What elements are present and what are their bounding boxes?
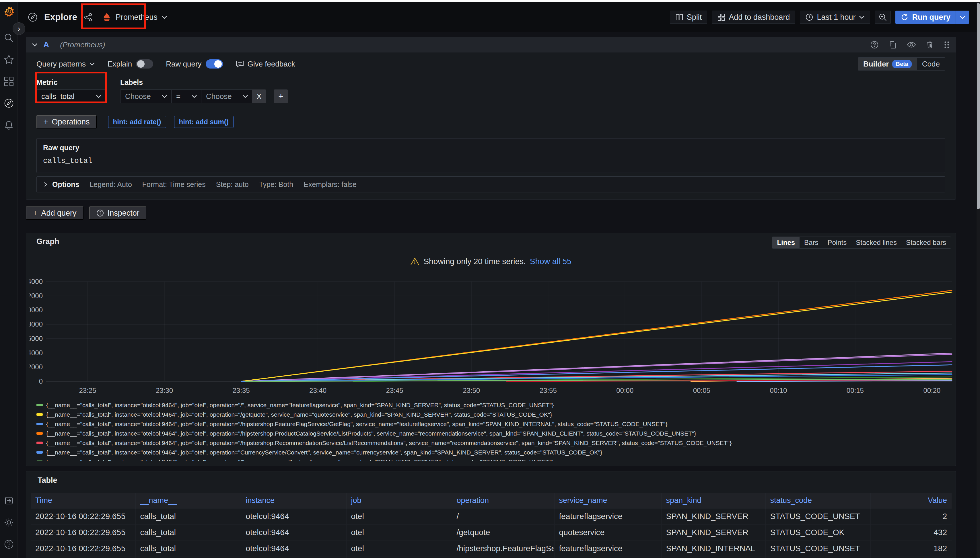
query-hint-button[interactable]: hint: add rate() xyxy=(108,116,166,128)
run-query-button[interactable]: Run query xyxy=(895,11,969,24)
run-query-dropdown[interactable] xyxy=(955,11,969,24)
help-icon[interactable] xyxy=(4,539,14,550)
time-range-picker[interactable]: Last 1 hour xyxy=(800,11,870,24)
alerting-bell-icon[interactable] xyxy=(4,120,14,130)
show-all-series-link[interactable]: Show all 55 xyxy=(530,257,572,266)
inspector-button[interactable]: Inspector xyxy=(89,207,146,220)
add-query-button[interactable]: + Add query xyxy=(26,207,84,220)
table-cell: SPAN_KIND_CLIENT xyxy=(661,556,765,558)
operations-button[interactable]: + Operations xyxy=(36,115,97,128)
eye-icon[interactable] xyxy=(907,40,916,49)
legend-swatch-icon xyxy=(36,451,43,454)
legend-label: {__name__="calls_total", instance="otelc… xyxy=(46,430,696,437)
column-header-__name__[interactable]: __name__ xyxy=(135,493,241,509)
legend-item[interactable]: {__name__="calls_total", instance="otelc… xyxy=(36,429,952,438)
settings-gear-icon[interactable] xyxy=(4,517,14,528)
table-cell: recommendationservice xyxy=(554,556,661,558)
table-cell: /hipstershop.ProductCatalogS... xyxy=(452,556,554,558)
graph-style-tabs: LinesBarsPointsStacked linesStacked bars xyxy=(772,236,951,249)
column-header-value[interactable]: Value xyxy=(870,493,952,509)
x-axis-tick-label: 23:40 xyxy=(309,387,327,394)
share-icon[interactable] xyxy=(84,13,93,22)
copy-icon[interactable] xyxy=(888,40,897,49)
options-chevron-icon xyxy=(44,182,47,187)
table-cell: otelcol:9464 xyxy=(241,524,346,540)
raw-query-toggle[interactable]: Raw query xyxy=(166,59,223,69)
raw-query-label: Raw query xyxy=(43,144,939,152)
label-key-select[interactable]: Choose xyxy=(120,89,171,103)
query-row-header[interactable]: A (Prometheus) xyxy=(26,37,955,53)
legend-item[interactable]: {__name__="calls_total", instance="otelc… xyxy=(36,419,952,429)
table-row: 2022-10-16 00:22:29.655calls_totalotelco… xyxy=(31,509,952,524)
builder-mode-tab[interactable]: Builder Beta xyxy=(858,57,917,70)
table-cell: /hipstershop.FeatureFlagServi... xyxy=(452,540,554,556)
grafana-logo-icon[interactable] xyxy=(3,6,15,18)
query-hint-button[interactable]: hint: add sum() xyxy=(174,116,233,128)
scrollbar-thumb[interactable] xyxy=(977,3,980,209)
legend-item[interactable]: {__name__="calls_total", instance="otelc… xyxy=(36,400,952,410)
legend-label: {__name__="calls_total", instance="otelc… xyxy=(46,411,552,418)
time-series-chart[interactable]: 1400012000100008000600040002000023:2523:… xyxy=(30,276,952,396)
column-header-operation[interactable]: operation xyxy=(452,493,554,509)
column-header-status_code[interactable]: status_code xyxy=(765,493,870,509)
column-header-instance[interactable]: instance xyxy=(241,493,346,509)
search-icon[interactable] xyxy=(4,33,14,43)
graph-style-tab-stacked-bars[interactable]: Stacked bars xyxy=(901,237,951,248)
options-collapsible[interactable]: Options Legend: AutoFormat: Time seriesS… xyxy=(36,176,945,192)
zoom-out-button[interactable] xyxy=(875,11,891,24)
split-button[interactable]: Split xyxy=(670,11,707,24)
dashboards-icon[interactable] xyxy=(4,76,14,87)
legend-swatch-icon xyxy=(36,404,43,406)
column-header-job[interactable]: job xyxy=(346,493,452,509)
table-cell: otel xyxy=(346,540,452,556)
datasource-picker[interactable]: Prometheus xyxy=(99,10,170,25)
explore-content: A (Prometheus) Query patterns Explain xyxy=(18,32,977,558)
label-value-select[interactable]: Choose xyxy=(201,89,252,103)
legend-swatch-icon xyxy=(36,423,43,425)
metric-select[interactable]: calls_total xyxy=(36,89,106,103)
raw-query-switch[interactable] xyxy=(206,59,223,69)
y-axis-tick-label: 8000 xyxy=(30,320,43,328)
legend-item[interactable]: {__name__="calls_total", instance="otelc… xyxy=(36,457,952,461)
explain-switch[interactable] xyxy=(136,59,153,69)
collapse-chevron-icon[interactable] xyxy=(32,43,38,46)
legend-item[interactable]: {__name__="calls_total", instance="otelc… xyxy=(36,448,952,457)
trash-icon[interactable] xyxy=(926,40,934,49)
explore-nav-icon[interactable] xyxy=(4,98,14,108)
table-row: 2022-10-16 00:22:29.655calls_totalotelco… xyxy=(31,540,952,556)
explore-compass-icon xyxy=(28,12,38,22)
legend-label: {__name__="calls_total", instance="otelc… xyxy=(46,449,602,456)
query-patterns-dropdown[interactable]: Query patterns xyxy=(36,60,95,69)
graph-style-tab-stacked-lines[interactable]: Stacked lines xyxy=(851,237,901,248)
explain-toggle[interactable]: Explain xyxy=(108,59,153,69)
add-label-button[interactable]: + xyxy=(274,89,288,103)
code-mode-tab[interactable]: Code xyxy=(917,57,945,70)
column-header-span_kind[interactable]: span_kind xyxy=(661,493,765,509)
sidebar-expand-button[interactable]: › xyxy=(13,22,25,35)
page-scrollbar[interactable] xyxy=(977,2,980,558)
graph-style-tab-points[interactable]: Points xyxy=(823,237,851,248)
give-feedback-link[interactable]: Give feedback xyxy=(235,60,295,69)
graph-style-tab-lines[interactable]: Lines xyxy=(772,237,799,248)
query-help-icon[interactable] xyxy=(870,40,879,49)
column-header-service_name[interactable]: service_name xyxy=(554,493,661,509)
label-operator-select[interactable]: = xyxy=(171,89,201,103)
editor-mode-switch: Builder Beta Code xyxy=(858,57,945,71)
option-summary-item: Exemplars: false xyxy=(304,181,357,189)
labels-label: Labels xyxy=(120,78,288,87)
column-header-time[interactable]: Time xyxy=(31,493,135,509)
legend-label: {__name__="calls_total", instance="otelc… xyxy=(46,440,732,446)
y-axis-tick-label: 12000 xyxy=(30,292,43,300)
info-circle-icon xyxy=(96,209,104,217)
starred-icon[interactable] xyxy=(4,54,14,65)
remove-label-button[interactable]: X xyxy=(252,89,266,103)
warning-triangle-icon xyxy=(410,257,419,266)
table-cell: STATUS_CODE_UNSET xyxy=(765,509,870,524)
add-to-dashboard-button[interactable]: Add to dashboard xyxy=(712,11,795,24)
x-axis-tick-label: 23:50 xyxy=(463,387,480,394)
legend-item[interactable]: {__name__="calls_total", instance="otelc… xyxy=(36,410,952,419)
graph-style-tab-bars[interactable]: Bars xyxy=(799,237,823,248)
drag-handle-icon[interactable] xyxy=(944,40,950,49)
sign-in-icon[interactable] xyxy=(4,496,14,506)
legend-item[interactable]: {__name__="calls_total", instance="otelc… xyxy=(36,438,952,448)
